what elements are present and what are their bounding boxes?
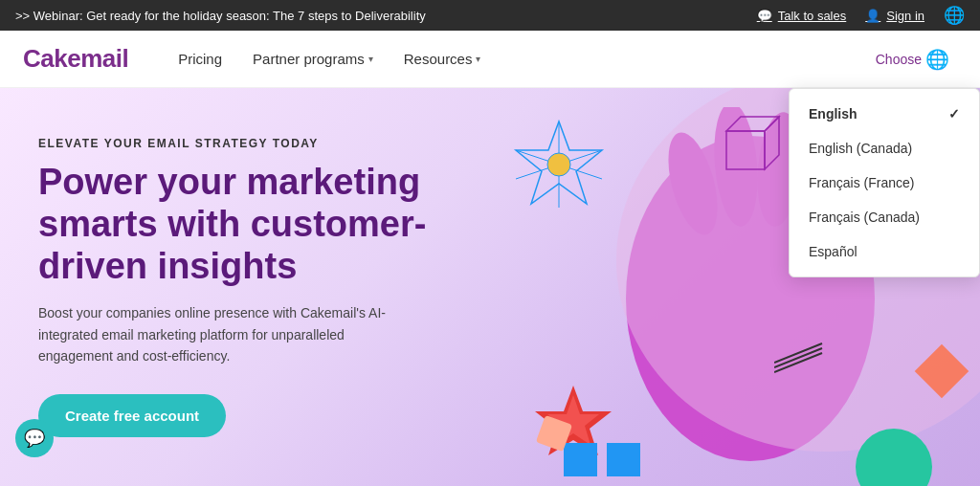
globe-nav-icon: 🌐 — [925, 48, 949, 71]
sign-in-link[interactable]: 👤 Sign in — [865, 9, 924, 23]
svg-marker-16 — [765, 117, 779, 169]
lang-option-french-canada[interactable]: Français (Canada) — [790, 200, 979, 234]
logo[interactable]: Cakemail — [23, 44, 128, 74]
choose-language-button[interactable]: Choose 🌐 — [876, 48, 949, 71]
blue-square-2 — [607, 443, 640, 476]
lang-option-espanol[interactable]: Español — [790, 234, 979, 269]
language-dropdown: English ✓ English (Canada) Français (Fra… — [789, 88, 980, 277]
talk-to-sales-link[interactable]: 💬 Talk to sales — [757, 9, 847, 23]
announcement-text: >> Webinar: Get ready for the holiday se… — [15, 9, 426, 23]
lang-option-english-canada[interactable]: English (Canada) — [790, 131, 979, 166]
chevron-down-icon: ▾ — [476, 54, 480, 64]
hero-title: Power your marketing smarts with custome… — [38, 162, 498, 287]
chat-bubble-icon: 💬 — [24, 428, 45, 449]
navbar: Cakemail Pricing Partner programs ▾ Reso… — [0, 31, 980, 88]
navbar-right: Choose 🌐 — [876, 48, 957, 71]
svg-line-17 — [774, 343, 822, 363]
announcement-right: 💬 Talk to sales 👤 Sign in 🌐 — [757, 5, 965, 26]
announcement-bar: >> Webinar: Get ready for the holiday se… — [0, 0, 980, 31]
chat-icon-button[interactable]: 💬 — [15, 419, 54, 457]
svg-rect-14 — [726, 131, 765, 169]
lang-option-french-france[interactable]: Français (France) — [790, 166, 979, 200]
arrow-lines-decoration — [774, 339, 832, 390]
svg-line-19 — [774, 353, 822, 372]
wireframe-box-decoration — [712, 107, 789, 184]
nav-partner-programs[interactable]: Partner programs ▾ — [241, 45, 385, 73]
nav-links: Pricing Partner programs ▾ Resources ▾ — [167, 45, 876, 73]
hero-content: ELEVATE YOUR EMAIL STRATEGY TODAY Power … — [38, 137, 498, 436]
svg-line-18 — [774, 348, 822, 367]
chevron-down-icon: ▾ — [368, 54, 373, 64]
globe-icon: 🌐 — [944, 5, 965, 26]
person-icon: 👤 — [865, 9, 880, 23]
nav-resources[interactable]: Resources ▾ — [392, 45, 493, 73]
create-account-button[interactable]: Create free account — [38, 394, 226, 437]
checkmark-icon: ✓ — [948, 106, 960, 122]
message-icon: 💬 — [757, 9, 772, 23]
nav-pricing[interactable]: Pricing — [167, 45, 234, 73]
hero-eyebrow: ELEVATE YOUR EMAIL STRATEGY TODAY — [38, 137, 498, 150]
hero-subtitle: Boost your companies online presence wit… — [38, 302, 402, 366]
lang-option-english[interactable]: English ✓ — [790, 97, 979, 131]
blue-square-1 — [564, 443, 597, 476]
